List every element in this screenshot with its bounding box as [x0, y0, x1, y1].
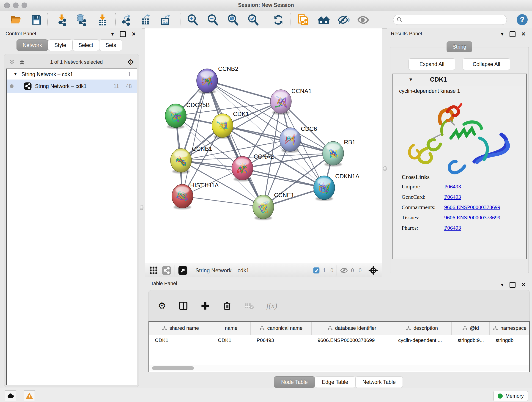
tab-network[interactable]: Network [17, 39, 48, 51]
zoom-selected-button[interactable] [247, 13, 260, 27]
hscrollbar-thumb[interactable] [152, 366, 194, 370]
network-node-cdc6[interactable]: CDC6 [280, 125, 317, 153]
memory-button[interactable]: Memory [494, 391, 528, 401]
import-network-from-database-button[interactable] [75, 13, 88, 27]
network-edge[interactable] [182, 81, 207, 196]
tab-sets[interactable]: Sets [99, 39, 122, 51]
crosslink-link[interactable]: P06493 [444, 184, 461, 190]
column-header-canonical-name[interactable]: canonical name [251, 322, 312, 335]
import-network-from-file-button[interactable] [56, 13, 69, 27]
network-node-rb1[interactable]: RB1 [323, 139, 355, 166]
column-header-namespace[interactable]: namespace [490, 322, 530, 335]
export-network-icon [120, 14, 132, 26]
network-canvas[interactable]: CCNB2CCNA1CDC25BCDK1CDC6RB1CCNB1CCNA2CDK… [145, 28, 382, 263]
network-node-ccne1[interactable]: CCNE1 [253, 191, 294, 220]
tab-network-table[interactable]: Network Table [355, 376, 403, 388]
node-label: CCNB2 [218, 65, 238, 72]
first-neighbors-button[interactable] [317, 13, 330, 27]
network-tree-row[interactable]: ▼String Network – cdk11 [7, 69, 137, 80]
tab-node-table[interactable]: Node Table [274, 376, 315, 388]
table-cell[interactable]: CDK1 [149, 335, 212, 346]
delete-column-trash-icon[interactable] [222, 301, 232, 310]
pan-crosshair-icon[interactable] [368, 265, 379, 276]
crosslink-link[interactable]: P06493 [444, 225, 461, 231]
crosslink-link[interactable]: 9606.ENSP00000378699 [444, 215, 500, 221]
table-cell[interactable]: stringdb [490, 335, 530, 346]
selected-checkbox-icon[interactable] [313, 267, 320, 274]
zoom-out-button[interactable] [206, 13, 220, 27]
open-session-button[interactable] [9, 13, 22, 27]
network-node-ccnb2[interactable]: CCNB2 [196, 65, 238, 94]
section-collapse-icon[interactable]: ▼ [409, 77, 413, 82]
network-edge[interactable] [182, 196, 263, 207]
column-header--id[interactable]: @id [452, 322, 490, 335]
network-edge[interactable] [207, 81, 281, 102]
show-all-button[interactable] [356, 13, 370, 27]
column-header-database-identifier[interactable]: database identifier [312, 322, 392, 335]
panel-collapse-icon[interactable]: ▾ [111, 32, 114, 37]
table-cell[interactable]: 9606.ENSP00000378699 [312, 335, 392, 346]
crosslink-link[interactable]: P06493 [444, 194, 461, 200]
table-row[interactable]: CDK1CDK1P064939606.ENSP00000378699cyclin… [149, 335, 529, 346]
expand-all-button[interactable]: Expand All [409, 58, 455, 70]
zoom-in-button[interactable] [186, 13, 199, 27]
panel-float-icon[interactable] [120, 31, 126, 37]
panel-collapse-icon[interactable]: ▾ [501, 32, 504, 37]
expand-all-icon[interactable] [19, 59, 25, 65]
birdseye-view-icon[interactable] [178, 266, 188, 275]
toolbar-search [393, 15, 507, 25]
collapse-all-button[interactable]: Collapse All [462, 58, 510, 70]
table-panel-title: Table Panel [151, 281, 177, 287]
search-input[interactable] [404, 15, 507, 24]
table-cell[interactable]: CDK1 [212, 335, 251, 346]
network-view-icon[interactable] [162, 266, 171, 275]
tab-edge-table[interactable]: Edge Table [315, 376, 355, 388]
column-header-shared-name[interactable]: shared name [149, 322, 212, 335]
network-tree-row[interactable]: String Network – cdk11148 [7, 80, 137, 93]
table-hscrollbar[interactable] [149, 365, 529, 371]
export-network-button[interactable] [120, 13, 133, 27]
network-node-hist1h1a[interactable]: HIST1H1A [172, 182, 219, 209]
panel-close-icon[interactable]: ✕ [521, 32, 526, 37]
panel-float-icon[interactable] [510, 282, 515, 288]
hidden-eye-icon[interactable] [340, 266, 348, 274]
new-network-from-selection-button[interactable] [297, 13, 310, 27]
right-splitter-grip[interactable] [383, 166, 387, 171]
collapse-all-icon[interactable] [8, 59, 15, 65]
gene-section-header[interactable]: ▼ CDK1 [393, 74, 526, 85]
network-edge[interactable] [242, 168, 324, 188]
import-table-from-file-button[interactable] [96, 13, 109, 27]
tab-style[interactable]: Style [48, 39, 72, 51]
tree-expander-icon[interactable]: ▼ [13, 72, 17, 77]
column-header-description[interactable]: description [392, 322, 452, 335]
tab-select[interactable]: Select [72, 39, 99, 51]
table-cell[interactable]: stringdb:9... [452, 335, 490, 346]
crosslink-link[interactable]: 9606.ENSP00000378699 [444, 204, 500, 211]
save-session-button[interactable] [30, 13, 43, 27]
panel-collapse-icon[interactable]: ▾ [501, 282, 504, 287]
network-node-ccna1[interactable]: CCNA1 [270, 88, 312, 115]
help-button[interactable]: ? [517, 14, 528, 25]
table-cell[interactable]: cyclin-dependent ... [392, 335, 452, 346]
network-options-gear-icon[interactable]: ⚙ [127, 58, 134, 66]
panel-close-icon[interactable]: ✕ [132, 32, 136, 37]
export-image-button[interactable] [159, 13, 172, 27]
grid-view-icon[interactable] [149, 266, 158, 275]
tab-string[interactable]: String [447, 41, 472, 52]
cloud-status-button[interactable] [5, 390, 16, 401]
add-column-icon[interactable] [201, 301, 210, 311]
table-cell[interactable]: P06493 [251, 335, 312, 346]
warnings-button[interactable] [24, 390, 35, 401]
table-options-gear-icon[interactable]: ⚙ [158, 300, 166, 311]
apply-layout-button[interactable] [272, 13, 285, 27]
hide-selected-button[interactable] [337, 13, 350, 27]
left-splitter-grip[interactable] [140, 205, 143, 210]
export-table-button[interactable] [139, 13, 152, 27]
network-node-cdk1[interactable]: CDK1 [212, 110, 249, 139]
network-node-cdkn1a[interactable]: CDKN1A [314, 173, 360, 201]
zoom-fit-button[interactable] [226, 13, 240, 27]
panel-float-icon[interactable] [510, 31, 515, 37]
column-header-name[interactable]: name [212, 322, 251, 335]
show-columns-icon[interactable] [178, 301, 188, 311]
panel-close-icon[interactable]: ✕ [521, 282, 526, 287]
